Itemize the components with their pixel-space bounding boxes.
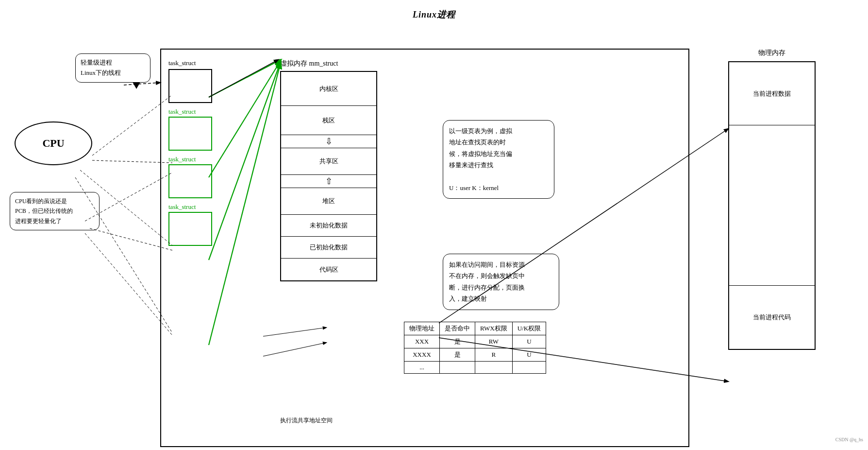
task-struct-box-green1: [168, 117, 212, 151]
cpu-label: CPU: [42, 137, 64, 150]
page-title: Linux进程: [0, 0, 868, 25]
vmem-arrow-up: ⇧: [281, 175, 376, 188]
note-line3: 进程要更轻量化了: [15, 218, 62, 225]
cpu-ellipse: CPU: [15, 121, 92, 165]
main-box: task_struct task_struct task_struct task…: [160, 49, 689, 447]
vmem-shared: 共享区: [281, 148, 376, 175]
phys-mem-box: 当前进程数据 当前进程代码: [728, 61, 816, 350]
vmem-kernel: 内核区: [281, 72, 376, 106]
phys-mem-title: 物理内存: [718, 49, 825, 57]
watermark: CSDN @q_hs: [835, 437, 863, 442]
task-struct-label-green3: task_struct: [168, 203, 219, 211]
svg-line-0: [124, 83, 160, 85]
task-struct-label-green2: task_struct: [168, 156, 219, 163]
vmem-heap: 堆区: [281, 188, 376, 215]
vmem-box: 内核区 栈区 ⇩ 共享区 ⇧ 堆区 未初始化数据 已初始化数据 代码区: [280, 71, 377, 281]
phys-section-data: 当前进程数据: [729, 62, 815, 125]
vmem-col: 虚拟内存 mm_struct 内核区 栈区 ⇩ 共享区 ⇧ 堆区 未初始化数据 …: [280, 59, 384, 281]
phys-section-empty: [729, 125, 815, 286]
info-bubble1: 以一级页表为例，虚拟地址在查找页表的时候，将虚拟地址充当偏移量来进行查找U：us…: [443, 120, 554, 199]
task-struct-box-green3: [168, 212, 212, 246]
bubble-top-line2: Linux下的线程: [81, 69, 121, 76]
task-struct-box-green2: [168, 164, 212, 198]
bubble-top-line1: 轻量级进程: [81, 59, 112, 66]
phys-mem: 物理内存 当前进程数据 当前进程代码: [718, 49, 825, 350]
table-row: ...: [404, 362, 546, 374]
task-struct-label-top: task_struct: [168, 59, 219, 67]
task-struct-col: task_struct task_struct task_struct task…: [168, 59, 219, 247]
note-line1: CPU看到的虽说还是: [15, 198, 67, 205]
note-bottom: CPU看到的虽说还是 PCB，但已经比传统的 进程要更轻量化了: [10, 192, 100, 230]
vmem-code: 代码区: [281, 259, 376, 280]
phys-section-code: 当前进程代码: [729, 286, 815, 349]
bubble-top: 轻量级进程 Linux下的线程: [75, 53, 150, 83]
svg-line-7: [85, 233, 172, 335]
vmem-title: 虚拟内存 mm_struct: [280, 59, 384, 68]
note-line2: PCB，但已经比传统的: [15, 208, 73, 214]
diagram-wrapper: CPU 轻量级进程 Linux下的线程 CPU看到的虽说还是 PCB，但已经比传…: [0, 27, 868, 445]
shared-label: 执行流共享地址空间: [280, 416, 333, 425]
table-row: XXX 是 RW U: [404, 335, 546, 348]
table-row: XXXX 是 R U: [404, 348, 546, 362]
page-table-header-3: RWX权限: [475, 322, 513, 335]
vmem-init: 已初始化数据: [281, 237, 376, 259]
page-table-header-2: 是否命中: [440, 322, 475, 335]
vmem-uninit: 未初始化数据: [281, 215, 376, 237]
vmem-stack: 栈区: [281, 106, 376, 135]
page-table: 物理地址 是否命中 RWX权限 U/K权限 XXX 是 RW U XXXX 是 …: [404, 322, 546, 374]
page-table-header-4: U/K权限: [512, 322, 546, 335]
info-bubble2: 如果在访问期间，目标资源不在内存，则会触发缺页中断，进行内存分配，页面换入，建立…: [443, 254, 559, 310]
vmem-arrow-down: ⇩: [281, 135, 376, 148]
task-struct-box-1: [168, 69, 212, 103]
page-table-header-1: 物理地址: [404, 322, 440, 335]
task-struct-label-green1: task_struct: [168, 108, 219, 116]
